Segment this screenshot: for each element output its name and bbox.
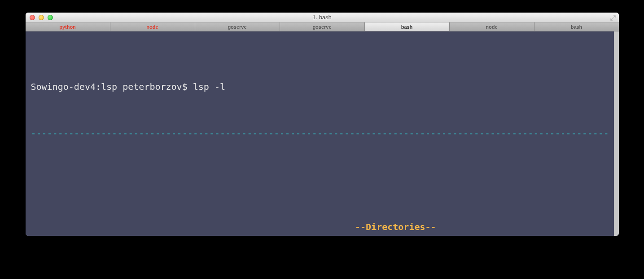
tab-python[interactable]: python [26, 22, 110, 31]
close-icon[interactable] [30, 15, 35, 20]
blank-line [31, 174, 613, 186]
tab-node-2[interactable]: node [450, 22, 534, 31]
prompt-line: Sowingo-dev4:lsp peterborzov$ lsp -l [31, 81, 613, 93]
tab-bash[interactable]: bash [365, 22, 450, 31]
tab-goserve-2[interactable]: goserve [280, 22, 365, 31]
divider-line: ----------------------------------------… [31, 128, 610, 139]
terminal-output[interactable]: Sowingo-dev4:lsp peterborzov$ lsp -l ---… [26, 31, 619, 236]
fullscreen-icon[interactable] [610, 14, 616, 21]
terminal-frame: Sowingo-dev4:lsp peterborzov$ lsp -l ---… [26, 31, 619, 236]
scrollbar[interactable] [614, 31, 619, 236]
prompt-host: Sowingo-dev4:lsp peterborzov$ [31, 81, 188, 92]
prompt-command: lsp -l [193, 81, 225, 92]
tab-bash-2[interactable]: bash [534, 22, 619, 31]
tab-strip: python node goserve goserve bash node ba… [26, 22, 619, 31]
traffic-lights [26, 15, 53, 20]
tab-goserve[interactable]: goserve [195, 22, 280, 31]
zoom-icon[interactable] [48, 15, 53, 20]
section-directories-header: --Directories-- [31, 221, 613, 233]
tab-node[interactable]: node [110, 22, 195, 31]
minimize-icon[interactable] [39, 15, 44, 20]
terminal-window: 1. bash python node goserve goserve bash… [26, 13, 619, 236]
window-title: 1. bash [26, 14, 619, 21]
titlebar[interactable]: 1. bash [26, 13, 619, 22]
